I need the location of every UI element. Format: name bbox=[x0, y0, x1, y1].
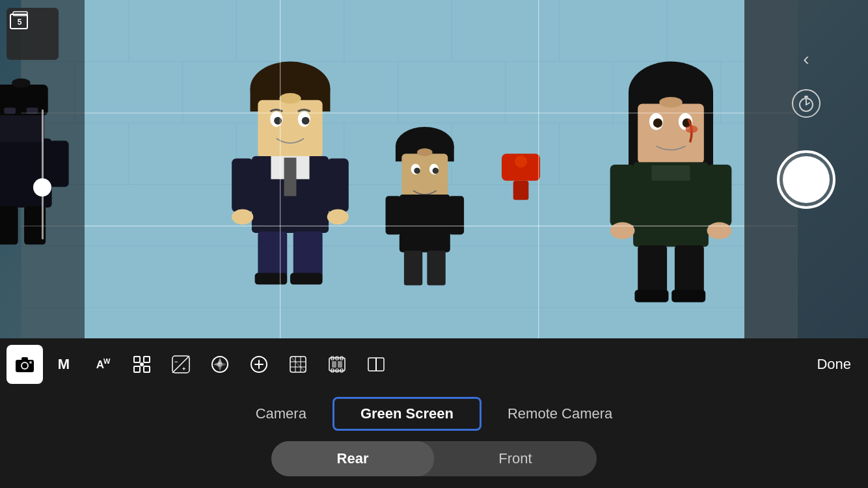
tool-awb[interactable]: AW bbox=[85, 345, 121, 384]
shutter-inner bbox=[783, 156, 830, 203]
layers-icon: 5 bbox=[9, 10, 30, 31]
right-panel: ‹ bbox=[744, 0, 868, 338]
back-button[interactable]: ‹ bbox=[803, 49, 809, 70]
done-button[interactable]: Done bbox=[806, 351, 861, 378]
svg-rect-51 bbox=[258, 232, 287, 278]
svg-rect-38 bbox=[258, 100, 322, 158]
lego-scene bbox=[0, 0, 868, 338]
svg-rect-52 bbox=[293, 232, 323, 278]
camera-switch: Rear Front bbox=[0, 441, 868, 488]
zoom-icon bbox=[250, 355, 268, 373]
toolbar: M AW + bbox=[0, 338, 868, 390]
svg-point-62 bbox=[417, 148, 433, 156]
tool-exposure[interactable]: + − bbox=[163, 345, 199, 384]
svg-rect-106 bbox=[134, 357, 140, 362]
svg-point-49 bbox=[232, 209, 253, 224]
timer-button[interactable] bbox=[792, 89, 821, 118]
svg-rect-47 bbox=[232, 158, 253, 212]
svg-rect-84 bbox=[610, 165, 635, 226]
svg-rect-126 bbox=[332, 361, 336, 368]
slider-track bbox=[42, 109, 44, 239]
tool-manual[interactable]: M bbox=[46, 345, 82, 384]
svg-text:+: + bbox=[182, 366, 185, 372]
svg-point-110 bbox=[140, 362, 144, 366]
switch-rear[interactable]: Rear bbox=[271, 441, 434, 476]
svg-rect-83 bbox=[651, 165, 690, 181]
awb-label: AW bbox=[96, 357, 110, 372]
svg-text:−: − bbox=[174, 359, 178, 365]
svg-point-81 bbox=[659, 97, 682, 108]
tool-zoom[interactable] bbox=[241, 345, 277, 384]
svg-rect-107 bbox=[144, 357, 150, 362]
exposure-icon: + − bbox=[172, 355, 190, 373]
slider-thumb[interactable] bbox=[33, 178, 51, 197]
tool-filmstrip[interactable] bbox=[319, 345, 355, 384]
svg-rect-64 bbox=[386, 196, 401, 234]
svg-rect-90 bbox=[634, 290, 668, 303]
svg-rect-100 bbox=[804, 96, 808, 98]
svg-rect-108 bbox=[134, 366, 140, 372]
focus-icon bbox=[133, 355, 151, 373]
svg-point-43 bbox=[279, 93, 301, 104]
svg-rect-65 bbox=[448, 196, 464, 234]
svg-text:5: 5 bbox=[18, 18, 22, 27]
bottom-bar: M AW + bbox=[0, 338, 868, 488]
tab-green-screen[interactable]: Green Screen bbox=[332, 397, 481, 431]
svg-rect-66 bbox=[404, 251, 422, 285]
svg-rect-127 bbox=[338, 361, 342, 368]
tool-split[interactable] bbox=[358, 345, 394, 384]
mode-tabs: Camera Green Screen Remote Camera bbox=[0, 390, 868, 441]
svg-point-50 bbox=[327, 209, 349, 224]
svg-point-78 bbox=[653, 118, 662, 128]
svg-point-103 bbox=[22, 363, 27, 368]
svg-rect-88 bbox=[638, 245, 667, 295]
shutter-button[interactable] bbox=[777, 150, 835, 209]
filter-icon bbox=[289, 355, 307, 373]
svg-point-86 bbox=[610, 223, 635, 239]
switch-front[interactable]: Front bbox=[434, 441, 597, 476]
svg-rect-109 bbox=[144, 366, 150, 372]
tool-filter[interactable] bbox=[280, 345, 316, 384]
exposure-slider[interactable] bbox=[42, 10, 44, 338]
camera-icon bbox=[15, 356, 34, 373]
svg-point-61 bbox=[433, 168, 439, 174]
filmstrip-icon bbox=[328, 355, 346, 373]
svg-point-60 bbox=[414, 168, 420, 174]
photo-count-badge: 5 bbox=[9, 10, 30, 31]
svg-rect-53 bbox=[255, 273, 288, 285]
aperture-icon bbox=[211, 355, 229, 373]
timer-icon bbox=[797, 94, 815, 113]
svg-point-70 bbox=[515, 156, 527, 168]
tool-camera[interactable] bbox=[7, 345, 43, 384]
svg-point-105 bbox=[29, 361, 32, 364]
svg-rect-67 bbox=[427, 251, 445, 285]
svg-rect-57 bbox=[401, 154, 448, 196]
svg-point-42 bbox=[302, 117, 310, 125]
svg-rect-85 bbox=[707, 165, 732, 226]
split-icon bbox=[367, 355, 385, 373]
viewfinder: 5 ‹ bbox=[0, 0, 868, 338]
svg-rect-104 bbox=[21, 357, 28, 360]
svg-rect-54 bbox=[290, 273, 323, 285]
svg-rect-91 bbox=[671, 290, 705, 303]
manual-label: M bbox=[58, 356, 70, 373]
svg-rect-46 bbox=[284, 157, 297, 196]
left-panel: 5 bbox=[0, 0, 85, 338]
switch-group: Rear Front bbox=[271, 441, 597, 476]
svg-rect-48 bbox=[327, 158, 349, 212]
svg-rect-69 bbox=[513, 181, 529, 200]
tab-remote-camera[interactable]: Remote Camera bbox=[481, 398, 638, 430]
photo-thumbnail[interactable]: 5 bbox=[7, 8, 59, 60]
svg-point-80 bbox=[685, 126, 698, 133]
tab-camera[interactable]: Camera bbox=[230, 398, 332, 430]
app: 5 ‹ bbox=[0, 0, 868, 488]
tool-shutter[interactable] bbox=[202, 345, 238, 384]
svg-rect-63 bbox=[400, 195, 450, 252]
svg-point-87 bbox=[707, 223, 732, 239]
svg-rect-89 bbox=[675, 245, 704, 295]
tool-focus[interactable] bbox=[124, 345, 160, 384]
